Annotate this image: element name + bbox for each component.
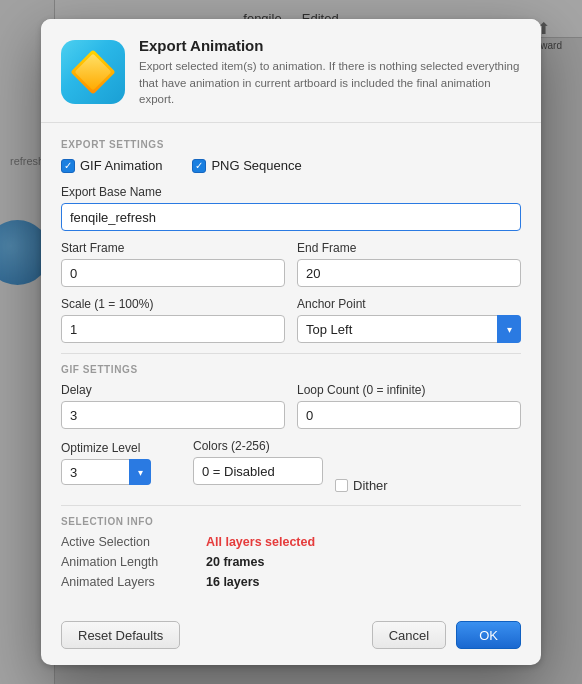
export-base-name-group: Export Base Name xyxy=(61,185,521,231)
animated-layers-key: Animated Layers xyxy=(61,575,206,589)
animation-length-key: Animation Length xyxy=(61,555,206,569)
end-frame-group: End Frame xyxy=(297,241,521,287)
loop-count-input[interactable] xyxy=(297,401,521,429)
frame-range-row: Start Frame End Frame xyxy=(61,241,521,287)
colors-group: Colors (2-256) xyxy=(193,439,323,485)
dialog-header-text: Export Animation Export selected item(s)… xyxy=(139,37,521,108)
anchor-point-select[interactable]: Top Left Top Center Top Right Center Lef… xyxy=(297,315,521,343)
gif-section-divider xyxy=(61,353,521,354)
png-sequence-label: PNG Sequence xyxy=(211,158,301,173)
dialog-description: Export selected item(s) to animation. If… xyxy=(139,58,521,108)
start-frame-input[interactable] xyxy=(61,259,285,287)
footer-right-buttons: Cancel OK xyxy=(372,621,521,649)
colors-input[interactable] xyxy=(193,457,323,485)
reset-defaults-button[interactable]: Reset Defaults xyxy=(61,621,180,649)
optimize-level-group: Optimize Level 0 1 2 3 ▾ xyxy=(61,441,181,485)
optimize-select-wrapper: 0 1 2 3 ▾ xyxy=(61,459,151,485)
cancel-button[interactable]: Cancel xyxy=(372,621,446,649)
loop-count-label: Loop Count (0 = infinite) xyxy=(297,383,521,397)
gif-animation-checkbox[interactable]: ✓ xyxy=(61,159,75,173)
export-animation-dialog: Export Animation Export selected item(s)… xyxy=(41,19,541,665)
dialog-header: Export Animation Export selected item(s)… xyxy=(41,19,541,122)
dither-label: Dither xyxy=(353,478,388,493)
png-sequence-checkbox[interactable]: ✓ xyxy=(192,159,206,173)
scale-label: Scale (1 = 100%) xyxy=(61,297,285,311)
delay-input[interactable] xyxy=(61,401,285,429)
selection-info-section-label: SELECTION INFO xyxy=(61,516,521,527)
ok-button[interactable]: OK xyxy=(456,621,521,649)
export-base-name-label: Export Base Name xyxy=(61,185,521,199)
export-base-name-input[interactable] xyxy=(61,203,521,231)
dialog-title: Export Animation xyxy=(139,37,521,54)
animated-layers-row: Animated Layers 16 layers xyxy=(61,575,521,589)
dialog-footer: Reset Defaults Cancel OK xyxy=(41,611,541,665)
scale-anchor-row: Scale (1 = 100%) Anchor Point Top Left T… xyxy=(61,297,521,343)
app-icon xyxy=(61,40,125,104)
animated-layers-value: 16 layers xyxy=(206,575,260,589)
active-selection-row: Active Selection All layers selected xyxy=(61,535,521,549)
scale-input[interactable] xyxy=(61,315,285,343)
end-frame-label: End Frame xyxy=(297,241,521,255)
start-frame-label: Start Frame xyxy=(61,241,285,255)
start-frame-group: Start Frame xyxy=(61,241,285,287)
dither-group: Dither xyxy=(335,478,521,495)
selection-section-divider xyxy=(61,505,521,506)
active-selection-value: All layers selected xyxy=(206,535,315,549)
png-sequence-checkbox-item[interactable]: ✓ PNG Sequence xyxy=(192,158,301,173)
delay-label: Delay xyxy=(61,383,285,397)
anchor-point-label: Anchor Point xyxy=(297,297,521,311)
png-check-icon: ✓ xyxy=(195,161,203,171)
colors-label: Colors (2-256) xyxy=(193,439,323,453)
anchor-point-select-wrapper: Top Left Top Center Top Right Center Lef… xyxy=(297,315,521,343)
active-selection-key: Active Selection xyxy=(61,535,206,549)
scale-group: Scale (1 = 100%) xyxy=(61,297,285,343)
export-settings-section-label: EXPORT SETTINGS xyxy=(61,139,521,150)
app-icon-diamond xyxy=(70,50,115,95)
optimize-level-label: Optimize Level xyxy=(61,441,181,455)
delay-group: Delay xyxy=(61,383,285,429)
animation-length-row: Animation Length 20 frames xyxy=(61,555,521,569)
animation-length-value: 20 frames xyxy=(206,555,264,569)
gif-animation-label: GIF Animation xyxy=(80,158,162,173)
delay-loop-row: Delay Loop Count (0 = infinite) xyxy=(61,383,521,429)
end-frame-input[interactable] xyxy=(297,259,521,287)
optimize-colors-dither-row: Optimize Level 0 1 2 3 ▾ Colors (2-256) xyxy=(61,439,521,495)
gif-settings-section-label: GIF SETTINGS xyxy=(61,364,521,375)
optimize-level-select[interactable]: 0 1 2 3 xyxy=(61,459,151,485)
export-format-checkboxes: ✓ GIF Animation ✓ PNG Sequence xyxy=(61,158,521,173)
anchor-point-group: Anchor Point Top Left Top Center Top Rig… xyxy=(297,297,521,343)
gif-check-icon: ✓ xyxy=(64,161,72,171)
dither-checkbox[interactable] xyxy=(335,479,348,492)
dialog-content: EXPORT SETTINGS ✓ GIF Animation ✓ PNG Se… xyxy=(41,123,541,611)
loop-count-group: Loop Count (0 = infinite) xyxy=(297,383,521,429)
gif-animation-checkbox-item[interactable]: ✓ GIF Animation xyxy=(61,158,162,173)
